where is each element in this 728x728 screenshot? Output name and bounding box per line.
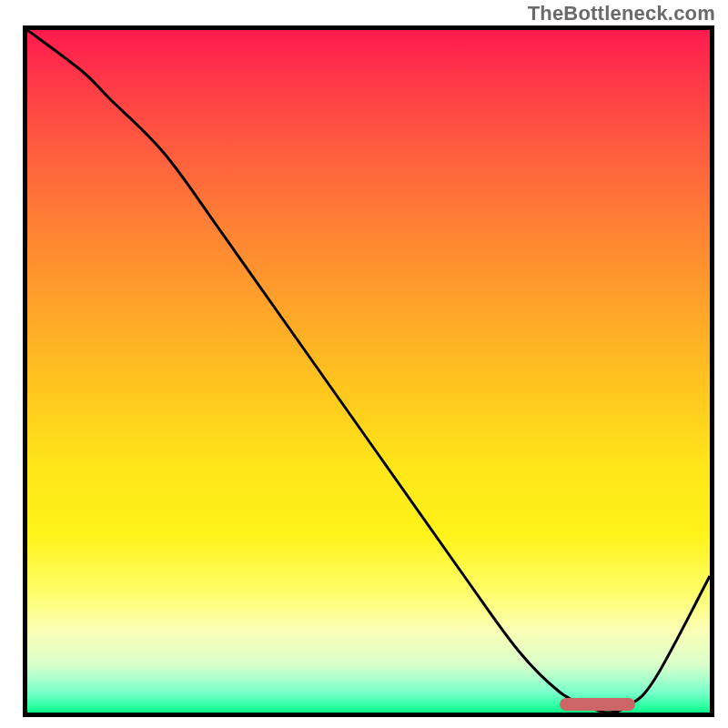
- plot-area: [27, 30, 710, 713]
- chart-container: TheBottleneck.com: [0, 0, 728, 728]
- data-curve: [27, 30, 710, 713]
- plot-frame: [23, 25, 714, 717]
- chart-svg: [27, 30, 710, 713]
- watermark-text: TheBottleneck.com: [528, 2, 715, 25]
- trough-marker-bar: [560, 698, 635, 711]
